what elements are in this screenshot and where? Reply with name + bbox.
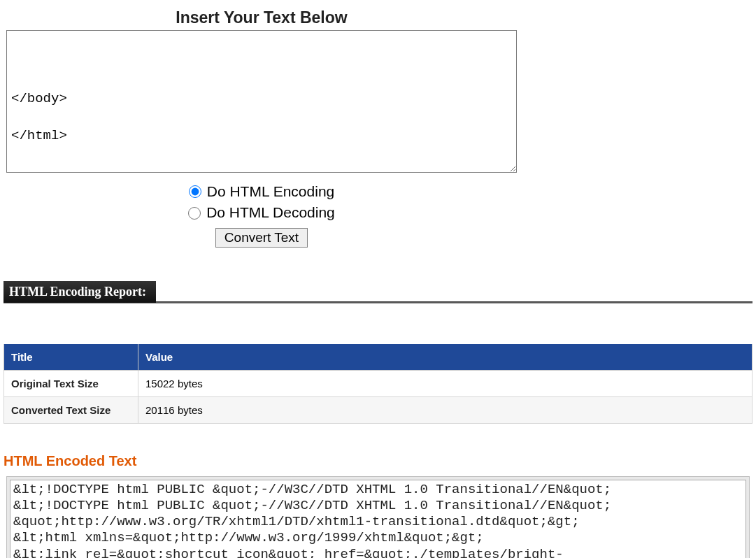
- radio-row-decode: Do HTML Decoding: [3, 202, 520, 223]
- radio-group: Do HTML Encoding Do HTML Decoding: [3, 181, 520, 224]
- row-title: Converted Text Size: [4, 396, 138, 423]
- convert-button[interactable]: Convert Text: [215, 228, 308, 248]
- report-col-value: Value: [138, 344, 753, 371]
- report-col-title: Title: [4, 344, 138, 371]
- radio-decode[interactable]: [188, 207, 201, 220]
- encoded-container: [6, 476, 750, 558]
- table-row: Original Text Size 15022 bytes: [4, 370, 753, 396]
- table-row: Converted Text Size 20116 bytes: [4, 396, 753, 423]
- report-table-header-row: Title Value: [4, 344, 753, 371]
- button-row: Convert Text: [3, 228, 520, 248]
- row-value: 20116 bytes: [138, 396, 753, 423]
- encoded-heading: HTML Encoded Text: [3, 453, 753, 469]
- report-table: Title Value Original Text Size 15022 byt…: [3, 344, 753, 424]
- radio-encode[interactable]: [189, 185, 201, 198]
- encoded-textarea[interactable]: [10, 480, 746, 558]
- insert-heading: Insert Your Text Below: [3, 8, 520, 27]
- row-title: Original Text Size: [4, 370, 138, 396]
- input-textarea[interactable]: [6, 30, 517, 173]
- report-header-wrap: HTML Encoding Report:: [3, 281, 753, 303]
- input-textarea-wrap: [6, 30, 517, 176]
- row-value: 15022 bytes: [138, 370, 753, 396]
- report-header: HTML Encoding Report:: [3, 281, 156, 303]
- radio-encode-label[interactable]: Do HTML Encoding: [207, 181, 334, 202]
- radio-row-encode: Do HTML Encoding: [3, 181, 520, 202]
- page-container: Insert Your Text Below Do HTML Encoding …: [0, 8, 756, 558]
- radio-decode-label[interactable]: Do HTML Decoding: [206, 202, 335, 223]
